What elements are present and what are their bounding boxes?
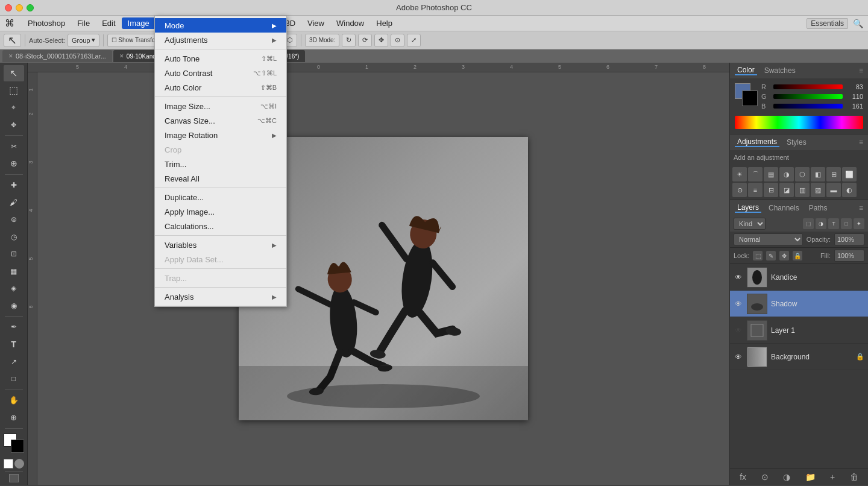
shape-tool-btn[interactable]: □ (4, 371, 24, 387)
threshold-adj-icon[interactable]: ▨ (811, 183, 825, 197)
menu-image-size[interactable]: Image Size... ⌥⌘I (155, 99, 286, 113)
lock-pixels-icon[interactable]: ⬚ (753, 251, 763, 260)
fill-input[interactable] (834, 250, 864, 262)
menu-mode[interactable]: Mode ▶ (155, 18, 286, 33)
layer-background[interactable]: 👁 Background 🔒 (730, 344, 868, 370)
type-filter-icon[interactable]: T (828, 218, 839, 229)
layers-panel-options[interactable]: ≡ (859, 204, 863, 212)
pen-tool-btn[interactable]: ✒ (4, 319, 24, 335)
type-tool-btn[interactable]: T (4, 336, 24, 353)
photo-filter-icon[interactable]: ⊙ (732, 183, 747, 197)
menu-help[interactable]: Help (370, 17, 398, 29)
3d-scale-btn[interactable]: ⤢ (407, 34, 421, 47)
tab-doc1[interactable]: ✕ 08-iStock_000011057163Lar... (2, 50, 112, 62)
layer-kandice[interactable]: 👁 Kandice (730, 264, 868, 291)
adj-filter-icon[interactable]: ◑ (816, 218, 826, 229)
move-tool-btn[interactable]: ↖ (4, 65, 24, 81)
eyedropper-btn[interactable]: ⊕ (4, 156, 24, 172)
invert-adj-icon[interactable]: ◪ (779, 183, 794, 197)
menu-reveal-all[interactable]: Reveal All (155, 171, 286, 186)
background-color[interactable] (11, 440, 24, 453)
minimize-button[interactable] (16, 4, 23, 11)
vibrance-adj-icon[interactable]: ⬡ (795, 167, 810, 181)
apple-menu[interactable]: ⌘ (5, 17, 14, 29)
foreground-background-colors[interactable] (4, 434, 24, 453)
swap-colors-btn[interactable] (14, 459, 24, 469)
menu-adjustments[interactable]: Adjustments ▶ (155, 33, 286, 47)
menu-file[interactable]: File (71, 17, 96, 29)
add-layer-btn[interactable]: + (830, 472, 835, 482)
channel-mix-icon[interactable]: ≡ (748, 183, 763, 197)
swatches-tab[interactable]: Swatches (762, 66, 798, 75)
selective-color-icon[interactable]: ◐ (842, 183, 857, 197)
paths-tab[interactable]: Paths (807, 204, 830, 212)
color-balance-icon[interactable]: ⊞ (826, 167, 841, 181)
bg-visibility[interactable]: 👁 (734, 352, 743, 362)
quick-select-btn[interactable]: ✥ (4, 117, 24, 133)
delete-layer-btn[interactable]: 🗑 (850, 472, 858, 482)
menu-canvas-size[interactable]: Canvas Size... ⌥⌘C (155, 113, 286, 128)
maximize-button[interactable] (27, 4, 34, 11)
3d-roll-btn[interactable]: ⟳ (358, 34, 372, 47)
layer-1[interactable]: 👁 Layer 1 (730, 317, 868, 344)
menu-auto-contrast[interactable]: Auto Contrast ⌥⇧⌘L (155, 66, 286, 80)
default-colors-btn[interactable] (4, 459, 13, 469)
color-tab[interactable]: Color (735, 66, 757, 75)
layer-shadow[interactable]: 👁 Shadow (730, 291, 868, 317)
curves-adj-icon[interactable]: ⌒ (748, 167, 763, 181)
eraser-btn[interactable]: ⊡ (4, 246, 24, 262)
menu-edit[interactable]: Edit (96, 17, 121, 29)
bw-adj-icon[interactable]: ⬜ (842, 167, 857, 181)
menu-apply-image[interactable]: Apply Image... (155, 204, 286, 219)
auto-select-dropdown[interactable]: Group ▾ (68, 34, 99, 47)
menu-variables[interactable]: Variables ▶ (155, 238, 286, 252)
history-btn[interactable]: ◷ (4, 229, 24, 245)
r-slider[interactable] (773, 84, 843, 89)
menu-auto-color[interactable]: Auto Color ⇧⌘B (155, 80, 286, 95)
add-mask-btn[interactable]: ⊙ (761, 472, 769, 482)
search-icon[interactable]: 🔍 (853, 19, 863, 28)
panel-collapse-btn[interactable]: ≡ (859, 66, 863, 75)
shadow-visibility[interactable]: 👁 (734, 299, 743, 309)
background-swatch[interactable] (742, 90, 758, 106)
pixel-filter-icon[interactable]: ⬚ (803, 218, 814, 229)
menu-auto-tone[interactable]: Auto Tone ⇧⌘L (155, 51, 286, 66)
path-select-btn[interactable]: ↗ (4, 353, 24, 370)
gradient-btn[interactable]: ▦ (4, 263, 24, 279)
close-button[interactable] (5, 4, 12, 11)
stamp-tool-btn[interactable]: ⊜ (4, 212, 24, 228)
menu-trim[interactable]: Trim... (155, 157, 286, 171)
menu-calculations[interactable]: Calculations... (155, 219, 286, 233)
brightness-adj-icon[interactable]: ☀ (732, 167, 747, 181)
lock-all-icon[interactable]: 🔒 (793, 251, 802, 260)
b-slider[interactable] (773, 104, 843, 109)
blend-mode-select[interactable]: Normal (734, 233, 803, 245)
opacity-input[interactable] (834, 233, 864, 245)
shape-filter-icon[interactable]: □ (841, 218, 852, 229)
exposure-adj-icon[interactable]: ◑ (779, 167, 794, 181)
posterize-adj-icon[interactable]: ▥ (795, 183, 810, 197)
workspace-selector[interactable]: Essentials (807, 18, 848, 29)
menu-image[interactable]: Image (122, 17, 156, 29)
image-menu[interactable]: Mode ▶ Adjustments ▶ Auto Tone ⇧⌘L Auto … (154, 16, 287, 307)
color-spectrum[interactable] (735, 116, 863, 129)
styles-tab[interactable]: Styles (784, 138, 809, 147)
layer-fx-btn[interactable]: fx (740, 472, 746, 482)
menu-analysis[interactable]: Analysis ▶ (155, 289, 286, 304)
close-icon[interactable]: ✕ (8, 53, 13, 59)
kandice-visibility[interactable]: 👁 (734, 273, 743, 282)
screen-mode-btn[interactable] (9, 474, 19, 482)
blur-btn[interactable]: ◈ (4, 280, 24, 297)
fg-bg-swatches[interactable] (735, 83, 758, 106)
smart-filter-icon[interactable]: ✦ (854, 218, 864, 229)
menu-image-rotation[interactable]: Image Rotation ▶ (155, 128, 286, 142)
add-adjustment-btn[interactable]: ◑ (783, 472, 790, 482)
kind-filter-select[interactable]: Kind (734, 218, 766, 230)
levels-adj-icon[interactable]: ▤ (764, 167, 778, 181)
lock-position-icon[interactable]: ✎ (766, 251, 776, 260)
menu-view[interactable]: View (301, 17, 330, 29)
hsl-adj-icon[interactable]: ◧ (811, 167, 825, 181)
heal-tool-btn[interactable]: ✚ (4, 177, 24, 193)
crop-tool-btn[interactable]: ✂ (4, 138, 24, 154)
color-lookup-icon[interactable]: ⊟ (764, 183, 778, 197)
